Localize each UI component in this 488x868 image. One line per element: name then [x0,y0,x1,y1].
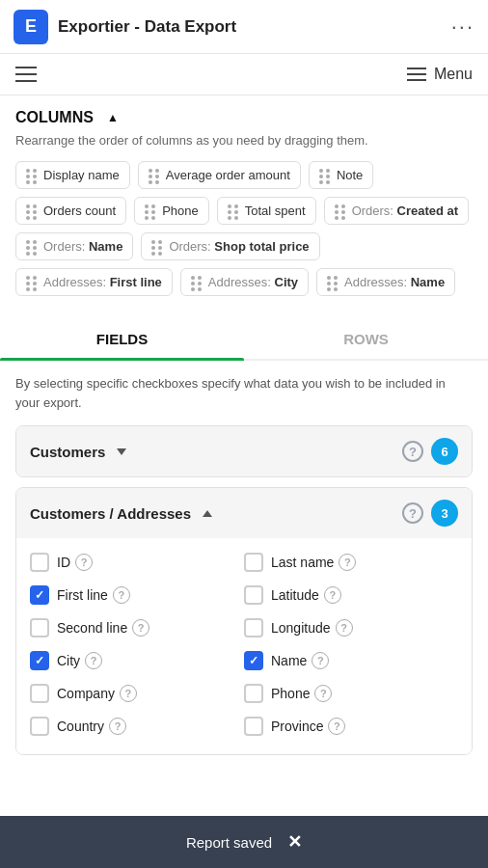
menu-label-text: Menu [434,66,473,83]
checkbox-label-first_line: First line [57,587,108,603]
checkbox-label-province: Province [271,719,323,734]
customers-group-label-left: Customers [30,444,126,460]
checkbox-label-city: City [57,653,80,668]
app-title: Exportier - Data Export [58,17,236,37]
drag-handle-icon [151,240,163,254]
help-icon-name[interactable]: ? [312,652,329,669]
drag-handle-icon [327,276,339,289]
checkbox-row-country: Country? [30,710,244,743]
checkbox-company[interactable] [30,684,49,703]
hamburger-button[interactable] [15,67,37,82]
checkbox-label-second_line: Second line [57,620,127,636]
drag-handle-icon [335,204,346,218]
toast-close-button[interactable]: ✕ [287,831,302,853]
drag-handle-icon [149,169,160,182]
drag-handle-icon [26,240,38,254]
app-icon: E [14,10,48,44]
drag-handle-icon [145,204,156,218]
column-chip[interactable]: Orders count [15,197,126,225]
customers-help-icon[interactable]: ? [402,441,423,462]
checkbox-country[interactable] [30,717,49,736]
checkbox-last_name[interactable] [244,553,263,572]
checkbox-row-id: ID? [30,546,244,579]
drag-handle-icon [191,276,203,289]
drag-handle-icon [319,169,331,182]
column-chip[interactable]: Addresses: First line [15,268,173,296]
nav-bar: Menu [0,54,488,95]
fields-section: By selecting specific checkboxes specify… [0,361,488,778]
checkbox-row-last_name: Last name? [244,546,458,579]
customers-addresses-group-header[interactable]: Customers / Addresses ? 3 [16,488,472,538]
customers-addresses-help-icon[interactable]: ? [402,502,423,524]
checkbox-label-longitude: Longitude [271,620,331,636]
help-icon-city[interactable]: ? [85,652,102,669]
tab-fields[interactable]: FIELDS [0,319,244,359]
menu-icon [407,68,426,81]
customers-addresses-label: Customers / Addresses [30,505,191,522]
help-icon-first_line[interactable]: ? [113,586,130,604]
customers-group: Customers ? 6 [15,425,473,477]
column-chip[interactable]: Addresses: City [180,268,309,296]
columns-section: COLUMNS ▲ Rearrange the order of columns… [0,95,488,306]
columns-description: Rearrange the order of columns as you ne… [15,132,473,149]
checkbox-label-company: Company [57,686,115,701]
checkbox-name[interactable] [244,651,263,670]
toast-message: Report saved [186,834,272,851]
customers-group-right: ? 6 [402,438,458,465]
toast: Report saved ✕ [0,816,488,868]
fields-description: By selecting specific checkboxes specify… [15,374,473,412]
customers-addresses-label-left: Customers / Addresses [30,505,212,522]
checkbox-province[interactable] [244,717,263,736]
help-icon-company[interactable]: ? [120,685,137,702]
help-icon-phone[interactable]: ? [314,685,332,702]
column-chip[interactable]: Orders: Shop total price [141,232,319,260]
app-header: E Exportier - Data Export ··· [0,0,488,54]
checkbox-id[interactable] [30,553,49,572]
checkbox-phone[interactable] [244,684,263,703]
column-chip[interactable]: Note [309,161,373,189]
checkbox-label-country: Country [57,719,104,734]
drag-handle-icon [26,169,38,182]
checkbox-row-phone: Phone? [244,677,458,710]
column-chip[interactable]: Display name [15,161,130,189]
checkbox-city[interactable] [30,651,49,670]
help-icon-last_name[interactable]: ? [339,554,356,571]
help-icon-latitude[interactable]: ? [324,586,341,604]
column-chip[interactable]: Total spent [217,197,316,225]
customers-addresses-checkboxes: ID?Last name?First line?Latitude?Second … [16,538,472,754]
columns-arrow[interactable]: ▲ [107,111,119,124]
column-chip[interactable]: Average order amount [138,161,301,189]
tabs: FIELDS ROWS [0,319,488,361]
customers-count-badge: 6 [431,438,458,465]
checkbox-row-company: Company? [30,677,244,710]
checkbox-label-last_name: Last name [271,555,334,570]
app-icon-label: E [25,16,37,37]
help-icon-province[interactable]: ? [328,718,345,735]
help-icon-longitude[interactable]: ? [336,619,353,637]
column-chip[interactable]: Orders: Created at [324,197,470,225]
column-chip[interactable]: Orders: Name [15,232,133,260]
customers-addresses-chevron-up-icon [203,510,212,517]
app-header-left: E Exportier - Data Export [14,10,236,44]
column-chip[interactable]: Addresses: Name [316,268,455,296]
customers-chevron-down-icon [117,448,126,455]
help-icon-id[interactable]: ? [75,554,93,571]
drag-handle-icon [228,204,239,218]
columns-title: COLUMNS [15,109,94,126]
checkbox-latitude[interactable] [244,585,263,605]
checkbox-row-province: Province? [244,710,458,743]
checkbox-first_line[interactable] [30,585,49,605]
help-icon-second_line[interactable]: ? [132,619,149,637]
tab-rows[interactable]: ROWS [244,319,488,359]
checkbox-longitude[interactable] [244,618,263,637]
column-chip[interactable]: Phone [134,197,209,225]
checkbox-second_line[interactable] [30,618,49,637]
menu-button[interactable]: Menu [407,66,473,83]
customers-addresses-count-badge: 3 [431,500,458,527]
help-icon-country[interactable]: ? [109,718,126,735]
customers-group-header[interactable]: Customers ? 6 [16,426,472,476]
customers-addresses-group: Customers / Addresses ? 3 ID?Last name?F… [15,487,473,755]
more-options-button[interactable]: ··· [451,14,474,40]
drag-handle-icon [26,204,38,218]
chips-grid: Display nameAverage order amountNoteOrde… [15,161,473,296]
